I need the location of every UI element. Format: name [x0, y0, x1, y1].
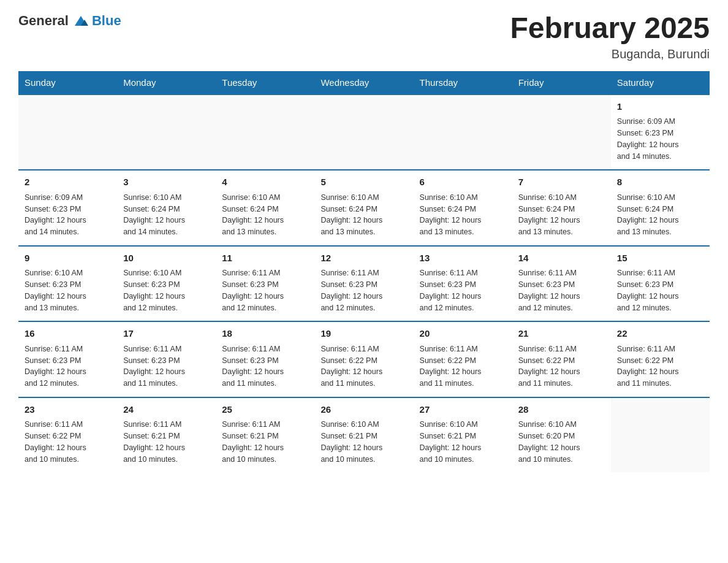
calendar-body: 1Sunrise: 6:09 AM Sunset: 6:23 PM Daylig…	[18, 94, 710, 473]
day-info: Sunrise: 6:11 AM Sunset: 6:23 PM Dayligh…	[320, 267, 407, 313]
day-info: Sunrise: 6:11 AM Sunset: 6:21 PM Dayligh…	[123, 419, 210, 465]
logo: General Blue	[18, 12, 121, 29]
calendar-cell: 26Sunrise: 6:10 AM Sunset: 6:21 PM Dayli…	[314, 397, 413, 473]
day-info: Sunrise: 6:11 AM Sunset: 6:23 PM Dayligh…	[123, 343, 210, 389]
day-info: Sunrise: 6:10 AM Sunset: 6:24 PM Dayligh…	[123, 192, 210, 238]
calendar-cell: 4Sunrise: 6:10 AM Sunset: 6:24 PM Daylig…	[216, 170, 314, 246]
day-info: Sunrise: 6:11 AM Sunset: 6:22 PM Dayligh…	[617, 343, 703, 389]
day-number: 26	[320, 403, 407, 417]
day-number: 18	[222, 327, 308, 341]
day-number: 24	[123, 403, 210, 417]
calendar-cell: 24Sunrise: 6:11 AM Sunset: 6:21 PM Dayli…	[117, 397, 216, 473]
day-info: Sunrise: 6:09 AM Sunset: 6:23 PM Dayligh…	[617, 116, 703, 162]
calendar-week-5: 23Sunrise: 6:11 AM Sunset: 6:22 PM Dayli…	[18, 397, 710, 473]
calendar-header: SundayMondayTuesdayWednesdayThursdayFrid…	[18, 71, 710, 94]
day-info: Sunrise: 6:11 AM Sunset: 6:23 PM Dayligh…	[25, 343, 111, 389]
calendar-cell	[18, 94, 117, 170]
day-info: Sunrise: 6:10 AM Sunset: 6:20 PM Dayligh…	[518, 419, 605, 465]
calendar-cell: 1Sunrise: 6:09 AM Sunset: 6:23 PM Daylig…	[611, 94, 710, 170]
calendar-cell: 12Sunrise: 6:11 AM Sunset: 6:23 PM Dayli…	[314, 246, 413, 322]
calendar-cell	[117, 94, 216, 170]
day-number: 13	[420, 251, 506, 266]
calendar-cell: 13Sunrise: 6:11 AM Sunset: 6:23 PM Dayli…	[414, 246, 512, 322]
calendar-cell: 21Sunrise: 6:11 AM Sunset: 6:22 PM Dayli…	[512, 321, 611, 397]
weekday-header-sunday: Sunday	[18, 71, 117, 94]
day-number: 22	[617, 327, 703, 341]
day-info: Sunrise: 6:11 AM Sunset: 6:21 PM Dayligh…	[222, 419, 308, 465]
calendar-cell: 20Sunrise: 6:11 AM Sunset: 6:22 PM Dayli…	[414, 321, 512, 397]
logo-general: General	[18, 13, 69, 29]
calendar-cell: 19Sunrise: 6:11 AM Sunset: 6:22 PM Dayli…	[314, 321, 413, 397]
calendar-cell	[414, 94, 512, 170]
day-number: 2	[25, 175, 111, 190]
calendar-cell: 15Sunrise: 6:11 AM Sunset: 6:23 PM Dayli…	[611, 246, 710, 322]
day-number: 27	[420, 403, 506, 417]
day-number: 8	[617, 175, 703, 190]
day-info: Sunrise: 6:10 AM Sunset: 6:24 PM Dayligh…	[222, 192, 308, 238]
calendar-cell	[216, 94, 314, 170]
logo-icon	[72, 12, 89, 29]
day-info: Sunrise: 6:10 AM Sunset: 6:24 PM Dayligh…	[518, 192, 605, 238]
day-number: 21	[518, 327, 605, 341]
calendar-cell: 18Sunrise: 6:11 AM Sunset: 6:23 PM Dayli…	[216, 321, 314, 397]
day-number: 4	[222, 175, 308, 190]
calendar-cell	[611, 397, 710, 473]
weekday-header-saturday: Saturday	[611, 71, 710, 94]
day-number: 25	[222, 403, 308, 417]
day-number: 19	[320, 327, 407, 341]
calendar-cell: 8Sunrise: 6:10 AM Sunset: 6:24 PM Daylig…	[611, 170, 710, 246]
day-number: 12	[320, 251, 407, 266]
day-info: Sunrise: 6:11 AM Sunset: 6:22 PM Dayligh…	[420, 343, 506, 389]
weekday-row: SundayMondayTuesdayWednesdayThursdayFrid…	[18, 71, 710, 94]
day-number: 28	[518, 403, 605, 417]
calendar-cell	[512, 94, 611, 170]
day-info: Sunrise: 6:09 AM Sunset: 6:23 PM Dayligh…	[25, 192, 111, 238]
day-info: Sunrise: 6:10 AM Sunset: 6:24 PM Dayligh…	[617, 192, 703, 238]
day-number: 16	[25, 327, 111, 341]
day-number: 7	[518, 175, 605, 190]
calendar-cell: 9Sunrise: 6:10 AM Sunset: 6:23 PM Daylig…	[18, 246, 117, 322]
weekday-header-thursday: Thursday	[414, 71, 512, 94]
title-section: February 2025 Buganda, Burundi	[510, 12, 710, 61]
day-number: 6	[420, 175, 506, 190]
calendar-cell: 6Sunrise: 6:10 AM Sunset: 6:24 PM Daylig…	[414, 170, 512, 246]
weekday-header-friday: Friday	[512, 71, 611, 94]
day-number: 1	[617, 100, 703, 114]
day-number: 3	[123, 175, 210, 190]
logo-blue: Blue	[92, 13, 121, 29]
calendar-week-2: 2Sunrise: 6:09 AM Sunset: 6:23 PM Daylig…	[18, 170, 710, 246]
calendar-cell: 7Sunrise: 6:10 AM Sunset: 6:24 PM Daylig…	[512, 170, 611, 246]
day-info: Sunrise: 6:11 AM Sunset: 6:22 PM Dayligh…	[518, 343, 605, 389]
day-number: 23	[25, 403, 111, 417]
month-title: February 2025	[510, 12, 710, 45]
day-info: Sunrise: 6:10 AM Sunset: 6:24 PM Dayligh…	[420, 192, 506, 238]
day-number: 20	[420, 327, 506, 341]
day-info: Sunrise: 6:11 AM Sunset: 6:23 PM Dayligh…	[518, 267, 605, 313]
day-info: Sunrise: 6:10 AM Sunset: 6:21 PM Dayligh…	[420, 419, 506, 465]
calendar-cell: 10Sunrise: 6:10 AM Sunset: 6:23 PM Dayli…	[117, 246, 216, 322]
location: Buganda, Burundi	[510, 47, 710, 61]
day-info: Sunrise: 6:11 AM Sunset: 6:22 PM Dayligh…	[25, 419, 111, 465]
day-number: 11	[222, 251, 308, 266]
day-number: 15	[617, 251, 703, 266]
calendar-cell: 25Sunrise: 6:11 AM Sunset: 6:21 PM Dayli…	[216, 397, 314, 473]
calendar-week-3: 9Sunrise: 6:10 AM Sunset: 6:23 PM Daylig…	[18, 246, 710, 322]
day-number: 10	[123, 251, 210, 266]
calendar-cell: 2Sunrise: 6:09 AM Sunset: 6:23 PM Daylig…	[18, 170, 117, 246]
day-info: Sunrise: 6:11 AM Sunset: 6:23 PM Dayligh…	[420, 267, 506, 313]
day-number: 17	[123, 327, 210, 341]
calendar-cell: 28Sunrise: 6:10 AM Sunset: 6:20 PM Dayli…	[512, 397, 611, 473]
calendar-week-4: 16Sunrise: 6:11 AM Sunset: 6:23 PM Dayli…	[18, 321, 710, 397]
day-info: Sunrise: 6:10 AM Sunset: 6:23 PM Dayligh…	[123, 267, 210, 313]
calendar-cell: 16Sunrise: 6:11 AM Sunset: 6:23 PM Dayli…	[18, 321, 117, 397]
calendar-table: SundayMondayTuesdayWednesdayThursdayFrid…	[18, 71, 710, 473]
day-info: Sunrise: 6:11 AM Sunset: 6:22 PM Dayligh…	[320, 343, 407, 389]
day-number: 5	[320, 175, 407, 190]
day-info: Sunrise: 6:10 AM Sunset: 6:24 PM Dayligh…	[320, 192, 407, 238]
calendar-cell: 27Sunrise: 6:10 AM Sunset: 6:21 PM Dayli…	[414, 397, 512, 473]
weekday-header-tuesday: Tuesday	[216, 71, 314, 94]
calendar-cell: 3Sunrise: 6:10 AM Sunset: 6:24 PM Daylig…	[117, 170, 216, 246]
day-info: Sunrise: 6:10 AM Sunset: 6:21 PM Dayligh…	[320, 419, 407, 465]
weekday-header-monday: Monday	[117, 71, 216, 94]
day-info: Sunrise: 6:11 AM Sunset: 6:23 PM Dayligh…	[222, 343, 308, 389]
